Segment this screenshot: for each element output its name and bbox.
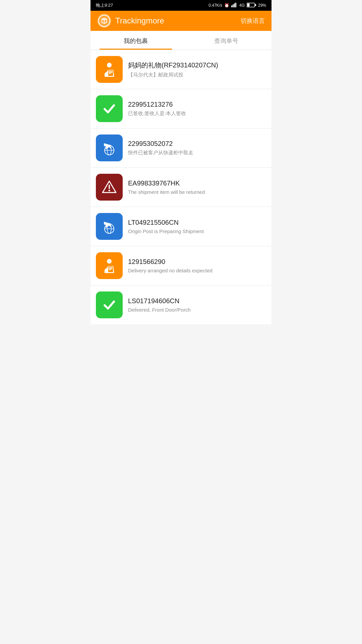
svg-point-30: [107, 267, 108, 268]
package-status: Delivery arranged no details expected: [128, 268, 266, 273]
network-type: 4G: [239, 3, 245, 8]
svg-point-9: [107, 63, 112, 67]
battery-icon: [247, 3, 256, 8]
status-right: 0.47K/s ⏰ 4G 29%: [208, 3, 266, 8]
tracking-number: 1291566290: [128, 258, 266, 266]
package-info: LS017194606CN Delivered, Front Door/Porc…: [128, 297, 266, 313]
svg-rect-13: [109, 73, 111, 74]
package-status: Delivered, Front Door/Porch: [128, 307, 266, 313]
package-status: 快件已被客户从快递柜中取走: [128, 150, 266, 156]
svg-rect-28: [109, 268, 113, 269]
svg-point-21: [109, 190, 110, 192]
airplane-globe-icon: [96, 135, 123, 161]
svg-rect-11: [109, 71, 113, 72]
package-status: 已签收,签收人是:本人签收: [128, 110, 266, 117]
app-logo-icon: [97, 14, 111, 28]
status-bar: 晚上9:27 0.47K/s ⏰ 4G 29%: [90, 0, 272, 11]
svg-point-15: [107, 72, 108, 73]
airplane-globe-icon: [96, 213, 123, 240]
package-info: 229951213276 已签收,签收人是:本人签收: [128, 101, 266, 117]
network-speed: 0.47K/s: [208, 3, 222, 8]
svg-point-16: [107, 74, 108, 75]
tracking-number: 229953052072: [128, 140, 266, 148]
tab-query[interactable]: 查询单号: [181, 31, 272, 50]
warning-icon: [96, 174, 123, 201]
status-time: 晚上9:27: [96, 2, 113, 8]
package-item[interactable]: LT049215506CN Origin Post is Preparing S…: [90, 207, 272, 246]
svg-point-32: [107, 270, 108, 271]
svg-rect-27: [109, 267, 113, 268]
battery-level: 29%: [258, 3, 266, 8]
signal-icon: [231, 3, 237, 8]
package-status: 【马尔代夫】邮政局试投: [128, 72, 266, 78]
svg-rect-3: [235, 3, 236, 7]
delivery-person-icon: [96, 252, 123, 279]
package-info: 1291566290 Delivery arranged no details …: [128, 258, 266, 273]
svg-rect-12: [109, 72, 113, 73]
delivery-person-icon: [96, 56, 123, 83]
package-item[interactable]: EA998339767HK The shipment item will be …: [90, 168, 272, 207]
svg-point-25: [107, 259, 112, 264]
package-item[interactable]: 229953052072 快件已被客户从快递柜中取走: [90, 128, 272, 168]
svg-rect-6: [247, 3, 249, 6]
alarm-icon: ⏰: [224, 3, 229, 8]
package-item[interactable]: 1291566290 Delivery arranged no details …: [90, 246, 272, 285]
tracking-number: EA998339767HK: [128, 179, 266, 187]
package-info: 229953052072 快件已被客户从快递柜中取走: [128, 140, 266, 156]
svg-rect-1: [233, 4, 234, 7]
tab-bar: 我的包裹 查询单号: [90, 31, 272, 50]
svg-rect-29: [109, 269, 111, 270]
svg-rect-2: [234, 3, 235, 7]
checkmark-icon: [96, 291, 123, 318]
tracking-number: 妈妈的礼物(RF293140207CN): [128, 61, 266, 70]
app-title: Trackingmore: [115, 16, 164, 25]
svg-rect-0: [231, 5, 232, 7]
package-info: 妈妈的礼物(RF293140207CN) 【马尔代夫】邮政局试投: [128, 61, 266, 78]
tab-my-packages[interactable]: 我的包裹: [90, 31, 181, 50]
package-info: EA998339767HK The shipment item will be …: [128, 179, 266, 195]
package-item[interactable]: 229951213276 已签收,签收人是:本人签收: [90, 89, 272, 128]
package-status: Origin Post is Preparing Shipment: [128, 228, 266, 234]
package-status: The shipment item will be returned: [128, 189, 266, 195]
checkmark-icon: [96, 95, 123, 122]
app-header: Trackingmore 切换语言: [90, 11, 272, 31]
tracking-number: LS017194606CN: [128, 297, 266, 305]
tracking-number: 229951213276: [128, 101, 266, 108]
svg-point-31: [107, 269, 108, 270]
package-info: LT049215506CN Origin Post is Preparing S…: [128, 219, 266, 234]
header-left: Trackingmore: [97, 14, 164, 28]
svg-point-14: [107, 71, 108, 72]
lang-switch-button[interactable]: 切换语言: [241, 17, 265, 25]
svg-rect-5: [255, 4, 256, 6]
package-list: 妈妈的礼物(RF293140207CN) 【马尔代夫】邮政局试投 2299512…: [90, 50, 272, 324]
package-item[interactable]: LS017194606CN Delivered, Front Door/Porc…: [90, 285, 272, 324]
tracking-number: LT049215506CN: [128, 219, 266, 226]
package-item[interactable]: 妈妈的礼物(RF293140207CN) 【马尔代夫】邮政局试投: [90, 50, 272, 89]
